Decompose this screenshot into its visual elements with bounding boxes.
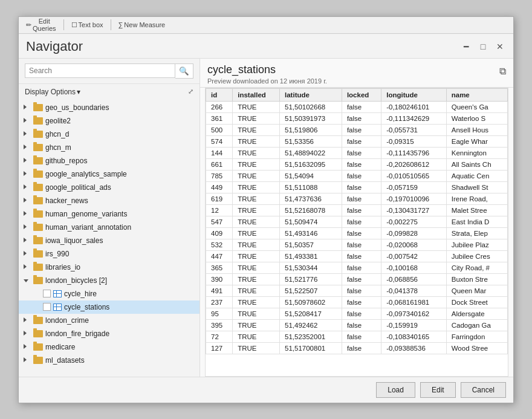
cell-r15-c3: false xyxy=(342,273,381,285)
arrow-right-icon xyxy=(24,184,32,190)
toolbar-sep-2 xyxy=(111,19,111,30)
tree-item-github_repos[interactable]: github_repos xyxy=(19,154,199,167)
search-bar: 🔍 xyxy=(19,59,199,84)
close-button[interactable]: ✕ xyxy=(494,41,506,53)
maximize-button[interactable]: □ xyxy=(477,41,489,53)
cancel-button[interactable]: Cancel xyxy=(461,382,506,398)
cell-r17-c3: false xyxy=(342,296,381,308)
cell-r21-c0: 127 xyxy=(206,342,233,354)
text-box-button[interactable]: ☐ Text box xyxy=(68,19,107,31)
toolbar-group-left: ✏ EditQueries xyxy=(22,16,60,34)
minimize-button[interactable]: ━ xyxy=(460,41,472,53)
cell-r3-c4: -0,09315 xyxy=(381,135,447,147)
checkbox-cycle_stations[interactable] xyxy=(43,303,51,311)
cell-r6-c1: TRUE xyxy=(233,170,280,181)
search-input[interactable] xyxy=(25,63,175,78)
cell-r20-c4: -0,108340165 xyxy=(381,331,447,342)
navigator-dialog: ✏ EditQueries ☐ Text box ∑ New Measure N… xyxy=(18,16,514,403)
cell-r6-c5: Aquatic Cen xyxy=(446,170,507,181)
expand-all-button[interactable]: ⤢ xyxy=(188,88,193,96)
cell-r4-c5: Kennington xyxy=(446,147,507,158)
cell-r1-c4: -0,111342629 xyxy=(381,112,447,124)
cell-r18-c2: 51,5208417 xyxy=(280,308,342,319)
tree-item-ghcn_d[interactable]: ghcn_d xyxy=(19,128,199,141)
arrow-right-icon xyxy=(24,105,32,111)
tree-item-irs_990[interactable]: irs_990 xyxy=(19,247,199,261)
cell-r8-c5: Irene Road, xyxy=(446,193,507,204)
cell-r10-c3: false xyxy=(342,216,381,227)
display-options-button[interactable]: Display Options ▾ xyxy=(25,88,80,96)
new-measure-button[interactable]: ∑ New Measure xyxy=(115,19,169,30)
cell-r17-c2: 51,50978602 xyxy=(280,296,342,308)
tree-area[interactable]: geo_us_boundariesgeolite2ghcn_dghcn_mgit… xyxy=(19,100,199,377)
cell-r5-c0: 661 xyxy=(206,158,233,170)
dialog-body: 🔍 Display Options ▾ ⤢ geo_us_boundariesg… xyxy=(19,59,513,377)
tree-item-label-cycle_hire: cycle_hire xyxy=(64,290,196,298)
cell-r12-c0: 532 xyxy=(206,239,233,250)
table-row: 144TRUE51,48894022false-0,111435796Kenni… xyxy=(206,147,508,158)
cell-r20-c5: Farringdon xyxy=(446,331,507,342)
folder-icon xyxy=(33,157,43,164)
cell-r10-c2: 51,509474 xyxy=(280,216,342,227)
table-row: 237TRUE51,50978602false-0,068161981Dock … xyxy=(206,296,508,308)
cell-r20-c0: 72 xyxy=(206,331,233,342)
tree-item-label-human_variant_annotation: human_variant_annotation xyxy=(45,223,196,232)
tree-item-iowa_liquor_sales[interactable]: iowa_liquor_sales xyxy=(19,234,199,247)
tree-item-google_analytics_sample[interactable]: google_analytics_sample xyxy=(19,167,199,181)
cell-r0-c5: Queen's Ga xyxy=(446,101,507,112)
cell-r11-c3: false xyxy=(342,227,381,239)
edit-button[interactable]: Edit xyxy=(420,382,456,398)
cell-r2-c3: false xyxy=(342,124,381,135)
cell-r3-c5: Eagle Whar xyxy=(446,135,507,147)
tree-item-label-google_political_ads: google_political_ads xyxy=(45,183,196,192)
tree-item-hacker_news[interactable]: hacker_news xyxy=(19,194,199,207)
cell-r17-c1: TRUE xyxy=(233,296,280,308)
tree-item-london_crime[interactable]: london_crime xyxy=(19,314,199,327)
table-row: 95TRUE51,5208417false-0,097340162Aldersg… xyxy=(206,308,508,319)
tree-item-ghcn_m[interactable]: ghcn_m xyxy=(19,141,199,154)
cell-r13-c0: 447 xyxy=(206,250,233,262)
tree-item-medicare[interactable]: medicare xyxy=(19,340,199,354)
tree-item-human_genome_variants[interactable]: human_genome_variants xyxy=(19,207,199,221)
tree-item-google_political_ads[interactable]: google_political_ads xyxy=(19,181,199,194)
tree-item-ml_datasets[interactable]: ml_datasets xyxy=(19,354,199,367)
tree-item-label-github_repos: github_repos xyxy=(45,157,196,165)
cell-r10-c0: 547 xyxy=(206,216,233,227)
tree-item-geo_us_boundaries[interactable]: geo_us_boundaries xyxy=(19,101,199,114)
tree-item-libraries_io[interactable]: libraries_io xyxy=(19,261,199,274)
data-table-wrapper[interactable]: idinstalledlatitudelockedlongitudename 2… xyxy=(205,88,508,377)
cell-r2-c4: -0,055731 xyxy=(381,124,447,135)
cell-r1-c5: Waterloo S xyxy=(446,112,507,124)
cell-r1-c1: TRUE xyxy=(233,112,280,124)
arrow-right-icon xyxy=(24,238,32,244)
tree-item-cycle_hire[interactable]: cycle_hire xyxy=(19,287,199,300)
checkbox-cycle_hire[interactable] xyxy=(43,290,51,297)
load-button[interactable]: Load xyxy=(376,382,415,398)
tree-item-geolite2[interactable]: geolite2 xyxy=(19,114,199,128)
folder-icon xyxy=(33,184,43,191)
cell-r11-c1: TRUE xyxy=(233,227,280,239)
search-button[interactable]: 🔍 xyxy=(175,63,193,79)
cell-r15-c5: Buxton Stre xyxy=(446,273,507,285)
tree-item-london_bicycles[interactable]: london_bicycles [2] xyxy=(19,274,199,287)
edit-queries-button[interactable]: ✏ EditQueries xyxy=(22,16,60,34)
table-row: 365TRUE51,530344false-0,100168City Road,… xyxy=(206,262,508,273)
cell-r10-c4: -0,002275 xyxy=(381,216,447,227)
table-row: 491TRUE51,522507false-0,041378Queen Mar xyxy=(206,285,508,296)
table-row: 619TRUE51,4737636false-0,197010096Irene … xyxy=(206,193,508,204)
cell-r9-c4: -0,130431727 xyxy=(381,204,447,216)
folder-icon xyxy=(33,330,43,337)
cell-r19-c0: 395 xyxy=(206,319,233,331)
cell-r15-c4: -0,068856 xyxy=(381,273,447,285)
tree-item-human_variant_annotation[interactable]: human_variant_annotation xyxy=(19,221,199,234)
table-row: 127TRUE51,51700801false-0,09388536Wood S… xyxy=(206,342,508,354)
cell-r12-c5: Jubilee Plaz xyxy=(446,239,507,250)
tree-item-london_fire_brigade[interactable]: london_fire_brigade xyxy=(19,327,199,340)
tree-item-cycle_stations[interactable]: cycle_stations xyxy=(19,300,199,314)
text-box-icon: ☐ xyxy=(71,21,77,29)
cell-r12-c1: TRUE xyxy=(233,239,280,250)
dialog-title: Navigator xyxy=(26,39,83,54)
folder-icon xyxy=(33,264,43,271)
arrow-right-icon xyxy=(24,145,32,151)
arrow-right-icon xyxy=(24,158,32,164)
